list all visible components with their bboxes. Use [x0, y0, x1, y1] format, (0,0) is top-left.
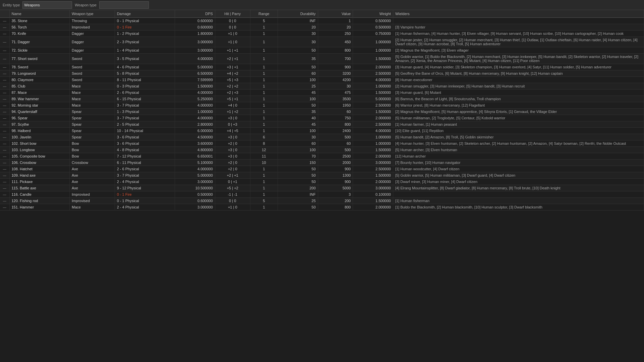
- table-row[interactable]: —35. StoneThrowing0 - 1 Physical0.600000…: [0, 18, 644, 24]
- table-row[interactable]: —108. HatchetAxe2 - 6 Physical4.000000+2…: [0, 166, 644, 172]
- weapon-type-input[interactable]: [99, 1, 149, 9]
- table-row[interactable]: —80. ClaymoreSword8 - 11 Physical7.59999…: [0, 77, 644, 83]
- weapon-icon: —: [0, 89, 9, 96]
- weapon-wielders: [7] Bounty hunter, [10] Human navigator: [393, 160, 644, 166]
- weapon-value: 800: [318, 121, 353, 128]
- weapon-name: 85. Club: [9, 83, 70, 89]
- table-row[interactable]: —87. MaceMace2 - 6 Physical4.000000+2 | …: [0, 89, 644, 96]
- col-hit-header[interactable]: Hit | Parry: [215, 10, 250, 18]
- table-row[interactable]: —105. Composite bowBow7 - 12 Physical6.6…: [0, 153, 644, 160]
- weapon-range: 1: [250, 24, 278, 31]
- col-wielders-header[interactable]: Wielders: [393, 10, 644, 18]
- weapon-weight: 2.000000: [353, 64, 393, 70]
- col-icon: [0, 10, 9, 18]
- table-row[interactable]: —71. DaggerDagger2 - 3 Physical3.000000+…: [0, 37, 644, 47]
- weapon-wielders: [1] Human woodcutter, [4] Dwarf citizen: [393, 166, 644, 172]
- weapon-damage: 2 - 4 Physical: [115, 179, 175, 185]
- weapon-range: 1: [250, 128, 278, 134]
- table-row[interactable]: —77. Short swordSword3 - 5 Physical4.000…: [0, 54, 644, 64]
- weapon-value: 5000: [318, 185, 353, 191]
- weapon-dps: 5.100000: [175, 160, 215, 166]
- weapon-icon: —: [0, 47, 9, 54]
- weapon-hit-parry: +2 | +1: [215, 54, 250, 64]
- weapon-name: 109. Hand axe: [9, 172, 70, 179]
- table-row[interactable]: —56. TorchImprovised0 - 1 Fire0.6000000 …: [0, 24, 644, 31]
- table-row[interactable]: —120. Fishing rodImprovised0 - 1 Physica…: [0, 198, 644, 204]
- weapon-damage: 2 - 4 Physical: [115, 204, 175, 210]
- weapon-type: Dagger: [70, 37, 115, 47]
- table-row[interactable]: —98. HalberdSpear10 - 14 Physical6.00000…: [0, 128, 644, 134]
- weapon-range: 5: [250, 18, 278, 24]
- table-row[interactable]: —111. PickaxeAxe2 - 4 Physical3.0000000 …: [0, 179, 644, 185]
- table-row[interactable]: —106. CrossbowCrossbow6 - 11 Physical5.1…: [0, 160, 644, 166]
- col-name-header[interactable]: Name: [9, 10, 70, 18]
- weapon-dps: 4.000000: [175, 54, 215, 64]
- weapon-hit-parry: +1 | +1: [215, 47, 250, 54]
- weapon-dps: 3.600000: [175, 140, 215, 147]
- weapon-value: 30: [318, 83, 353, 89]
- weapon-icon: —: [0, 160, 9, 166]
- weapon-dps: 3.000000: [175, 37, 215, 47]
- weapon-type: Throwing: [70, 18, 115, 24]
- table-row[interactable]: —102. Short bowBow3 - 6 Physical3.600000…: [0, 140, 644, 147]
- weapon-value: 900: [318, 179, 353, 185]
- weapon-type: Sword: [70, 70, 115, 77]
- table-row[interactable]: —97. ScytheSpear2 - 5 Physical2.8000000 …: [0, 121, 644, 128]
- weapon-hit-parry: +2 | +1: [215, 172, 250, 179]
- col-value-header[interactable]: Value: [318, 10, 353, 18]
- table-row[interactable]: —103. LongbowBow4 - 8 Physical4.800000+3…: [0, 147, 644, 153]
- table-row[interactable]: —79. LongswordSword5 - 8 Physical6.50000…: [0, 70, 644, 77]
- weapon-dps: 3.000000: [175, 47, 215, 54]
- col-weight-header[interactable]: Weight: [353, 10, 393, 18]
- col-type-header[interactable]: Weapon type: [70, 10, 115, 18]
- weapon-range: 1: [250, 102, 278, 109]
- weapon-range: 1: [250, 172, 278, 179]
- weapon-damage: 2 - 6 Physical: [115, 89, 175, 96]
- table-row[interactable]: —92. Morning starMace3 - 7 Physical4.000…: [0, 102, 644, 109]
- weapon-name: 80. Claymore: [9, 77, 70, 83]
- table-row[interactable]: —96. SpearSpear3 - 7 Physical4.000000+3 …: [0, 115, 644, 121]
- table-row[interactable]: —100. JavelinSpear3 - 6 Physical4.500000…: [0, 134, 644, 140]
- table-row[interactable]: —70. KnifeDagger1 - 2 Physical1.800000+1…: [0, 31, 644, 37]
- weapon-hit-parry: +2 | 0: [215, 166, 250, 172]
- weapon-icon: —: [0, 185, 9, 191]
- weapon-wielders: [1] Buldo the Blacksmith, [2] Human blac…: [393, 204, 644, 210]
- weapon-value: 500: [318, 147, 353, 153]
- table-row[interactable]: —85. ClubMace0 - 3 Physical1.500000+2 | …: [0, 83, 644, 89]
- weapon-durability: 60: [278, 70, 318, 77]
- table-row[interactable]: —109. Hand axeAxe3 - 7 Physical5.000000+…: [0, 172, 644, 179]
- table-row[interactable]: —151. HammerMace2 - 4 Physical3.000000+1…: [0, 204, 644, 210]
- weapon-weight: 4.000000: [353, 77, 393, 83]
- weapon-icon: —: [0, 24, 9, 31]
- weapon-durability: 50: [278, 204, 318, 210]
- table-row[interactable]: —94. QuarterstaffSpear1 - 3 Physical1.00…: [0, 109, 644, 115]
- weapon-durability: 50: [278, 64, 318, 70]
- table-row[interactable]: —78. SwordSword4 - 6 Physical5.000000+3 …: [0, 64, 644, 70]
- weapon-hit-parry: 0 | 0: [215, 18, 250, 24]
- weapon-durability: 30: [278, 37, 318, 47]
- col-range-header[interactable]: Range: [250, 10, 278, 18]
- weapon-value: 450: [318, 37, 353, 47]
- table-row[interactable]: —72. SickleDagger1 - 4 Physical3.000000+…: [0, 47, 644, 54]
- col-damage-header[interactable]: Damage: [115, 10, 175, 18]
- table-row[interactable]: —116. CandleImprovised0 - 1 Fire0.500000…: [0, 191, 644, 198]
- weapon-weight: 1.000000: [353, 83, 393, 89]
- table-row[interactable]: —89. War hammerMace6 - 15 Physical5.2500…: [0, 96, 644, 102]
- weapon-durability: 50: [278, 102, 318, 109]
- weapon-durability: 60: [278, 140, 318, 147]
- weapon-value: 200: [318, 198, 353, 204]
- col-dur-header[interactable]: Durability: [278, 10, 318, 18]
- weapon-hit-parry: +4 | +2: [215, 70, 250, 77]
- weapon-damage: 0 - 1 Fire: [115, 191, 175, 198]
- table-row[interactable]: —115. Battle axeAxe9 - 12 Physical10.500…: [0, 185, 644, 191]
- weapon-type: Bow: [70, 140, 115, 147]
- col-dps-header[interactable]: DPS: [175, 10, 215, 18]
- weapon-name: 87. Mace: [9, 89, 70, 96]
- weapon-damage: 9 - 12 Physical: [115, 185, 175, 191]
- weapon-weight: 2.000000: [353, 153, 393, 160]
- entity-type-input[interactable]: [22, 1, 72, 9]
- weapon-dps: 0.600000: [175, 198, 215, 204]
- weapon-damage: 0 - 1 Fire: [115, 24, 175, 31]
- weapon-durability: 30: [278, 31, 318, 37]
- weapon-damage: 1 - 4 Physical: [115, 47, 175, 54]
